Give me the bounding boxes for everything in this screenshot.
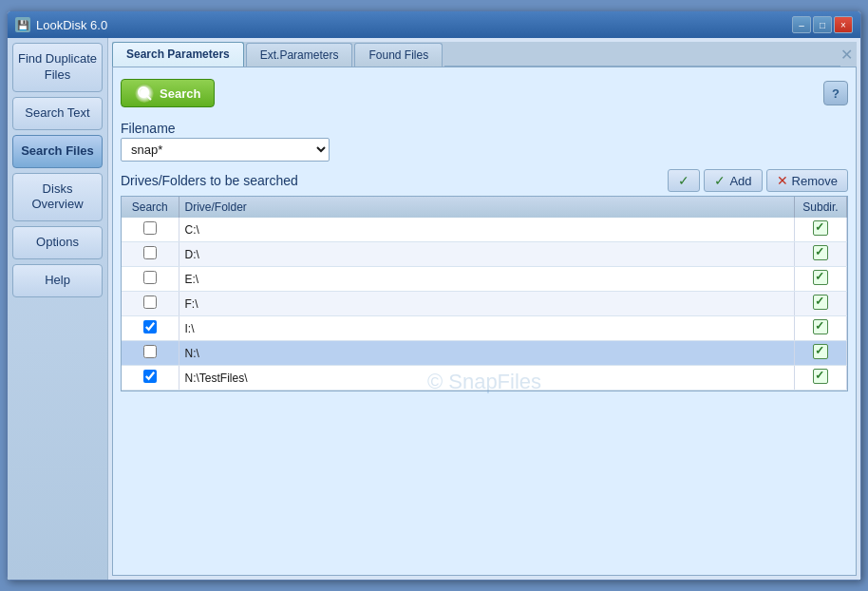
remove-icon: ✕ — [777, 173, 788, 188]
search-checkbox[interactable] — [143, 221, 157, 235]
app-icon: 💾 — [15, 17, 30, 32]
search-checkbox[interactable] — [143, 370, 157, 383]
check-icon: ✓ — [678, 173, 689, 188]
search-cell — [122, 218, 179, 242]
sidebar-item-options[interactable]: Options — [12, 226, 103, 259]
svg-line-1 — [147, 96, 151, 100]
subdir-checkbox[interactable] — [813, 344, 828, 359]
table-row: F:\ — [122, 292, 847, 316]
tab-content: Search ? Filename snap* — [112, 67, 857, 576]
sidebar-item-find-duplicate[interactable]: Find Duplicate Files — [12, 43, 103, 92]
subdir-checkbox[interactable] — [813, 295, 828, 310]
subdir-cell — [795, 366, 847, 391]
sidebar-item-search-text[interactable]: Search Text — [12, 97, 103, 130]
search-button-label: Search — [160, 86, 200, 101]
content-area: Search Parameters Ext.Parameters Found F… — [108, 38, 860, 580]
sidebar: Find Duplicate Files Search Text Search … — [8, 38, 108, 580]
search-cell — [122, 267, 179, 292]
subdir-cell — [795, 292, 847, 316]
sidebar-item-help[interactable]: Help — [12, 264, 103, 297]
drives-label: Drives/Folders to be searched — [121, 171, 298, 190]
app-window: 💾 LookDisk 6.0 – □ × Find Duplicate File… — [7, 10, 861, 581]
drives-header-row: Drives/Folders to be searched ✓ ✓ Add ✕ — [121, 169, 848, 192]
search-checkbox[interactable] — [143, 246, 157, 259]
table-header-row: Search Drive/Folder Subdir. — [122, 197, 847, 218]
subdir-checkbox[interactable] — [813, 369, 828, 384]
path-cell: E:\ — [179, 267, 795, 292]
col-header-subdir: Subdir. — [795, 197, 847, 218]
search-checkbox[interactable] — [143, 345, 157, 358]
subdir-cell — [795, 316, 847, 341]
search-cell — [122, 242, 179, 267]
title-bar: 💾 LookDisk 6.0 – □ × — [8, 11, 860, 38]
search-button[interactable]: Search — [121, 79, 215, 107]
subdir-cell — [795, 341, 847, 366]
table-row: N:\TestFiles\ — [122, 366, 847, 391]
remove-button-label: Remove — [792, 174, 838, 188]
tab-bar: Search Parameters Ext.Parameters Found F… — [112, 42, 857, 67]
svg-point-0 — [139, 87, 148, 97]
tab-ext-parameters[interactable]: Ext.Parameters — [246, 43, 353, 67]
drives-section: Drives/Folders to be searched ✓ ✓ Add ✕ — [121, 169, 848, 567]
search-cell — [122, 341, 179, 366]
tab-search-parameters[interactable]: Search Parameters — [112, 42, 244, 67]
subdir-cell — [795, 218, 847, 242]
sidebar-item-disks-overview[interactable]: Disks Overview — [12, 173, 103, 222]
check-all-button[interactable]: ✓ — [668, 169, 700, 192]
col-header-search: Search — [122, 197, 179, 218]
tab-close-icon[interactable]: ✕ — [840, 46, 853, 64]
filename-section: Filename snap* — [121, 119, 848, 162]
remove-button[interactable]: ✕ Remove — [766, 169, 848, 192]
table-row: I:\ — [122, 316, 847, 341]
table-row: D:\ — [122, 242, 847, 267]
path-cell: D:\ — [179, 242, 795, 267]
minimize-button[interactable]: – — [792, 16, 811, 33]
col-header-drive: Drive/Folder — [179, 197, 795, 218]
subdir-checkbox[interactable] — [813, 319, 828, 334]
path-cell: N:\TestFiles\ — [179, 366, 795, 391]
subdir-checkbox[interactable] — [813, 220, 828, 236]
drives-data-table: Search Drive/Folder Subdir. C:\D:\E:\F:\… — [122, 197, 847, 391]
title-bar-left: 💾 LookDisk 6.0 — [15, 17, 107, 32]
title-controls: – □ × — [792, 16, 853, 33]
filename-label: Filename — [121, 119, 848, 138]
search-checkbox[interactable] — [143, 320, 157, 334]
window-title: LookDisk 6.0 — [36, 18, 107, 32]
tab-bar-fill — [444, 42, 840, 67]
drives-table-wrapper: Search Drive/Folder Subdir. C:\D:\E:\F:\… — [121, 196, 848, 567]
search-cell — [122, 316, 179, 341]
subdir-cell — [795, 267, 847, 292]
search-cell — [122, 366, 179, 391]
search-checkbox[interactable] — [143, 271, 157, 284]
search-cell — [122, 292, 179, 316]
table-row: E:\ — [122, 267, 847, 292]
sidebar-item-search-files[interactable]: Search Files — [12, 135, 103, 168]
close-button[interactable]: × — [834, 16, 853, 33]
subdir-checkbox[interactable] — [813, 245, 828, 260]
search-button-icon — [135, 84, 154, 103]
drives-table: Search Drive/Folder Subdir. C:\D:\E:\F:\… — [121, 196, 848, 391]
maximize-button[interactable]: □ — [813, 16, 832, 33]
main-content: Find Duplicate Files Search Text Search … — [8, 38, 860, 580]
tab-found-files[interactable]: Found Files — [354, 43, 443, 67]
search-checkbox[interactable] — [143, 296, 157, 309]
filename-select[interactable]: snap* — [121, 138, 330, 162]
table-row: C:\ — [122, 218, 847, 242]
path-cell: I:\ — [179, 316, 795, 341]
toolbar: Search ? — [121, 75, 848, 111]
table-row: N:\ — [122, 341, 847, 366]
path-cell: N:\ — [179, 341, 795, 366]
add-button[interactable]: ✓ Add — [704, 169, 762, 192]
path-cell: F:\ — [179, 292, 795, 316]
subdir-cell — [795, 242, 847, 267]
add-button-label: Add — [729, 174, 751, 188]
subdir-checkbox[interactable] — [813, 270, 828, 285]
drives-actions: ✓ ✓ Add ✕ Remove — [668, 169, 848, 192]
help-button[interactable]: ? — [823, 81, 848, 105]
add-check-icon: ✓ — [714, 173, 726, 188]
path-cell: C:\ — [179, 218, 795, 242]
filename-input-row: snap* — [121, 138, 848, 162]
